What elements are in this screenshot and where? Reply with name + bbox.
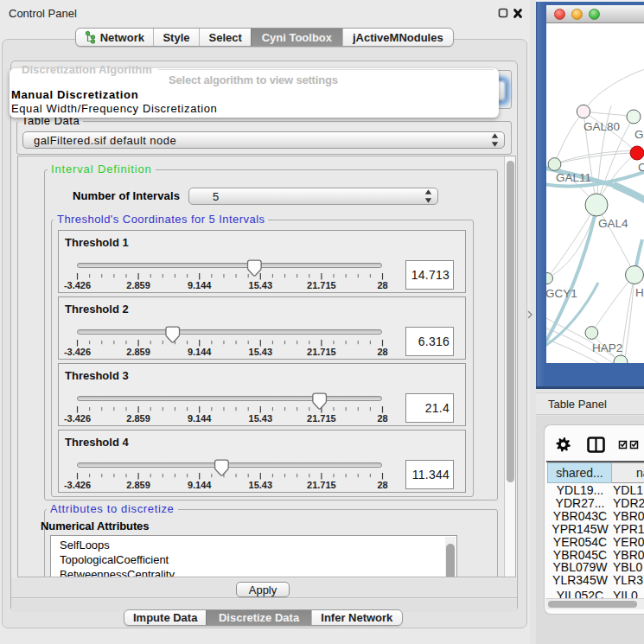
svg-text:C: C	[638, 161, 644, 174]
svg-text:GAL80: GAL80	[583, 120, 620, 133]
svg-text:GA: GA	[634, 128, 644, 141]
svg-text:HA: HA	[635, 286, 644, 299]
svg-text:GCY1: GCY1	[546, 287, 577, 300]
svg-text:GAL4: GAL4	[598, 217, 628, 230]
svg-text:GAL11: GAL11	[556, 171, 591, 184]
svg-text:HAP2: HAP2	[592, 341, 622, 354]
